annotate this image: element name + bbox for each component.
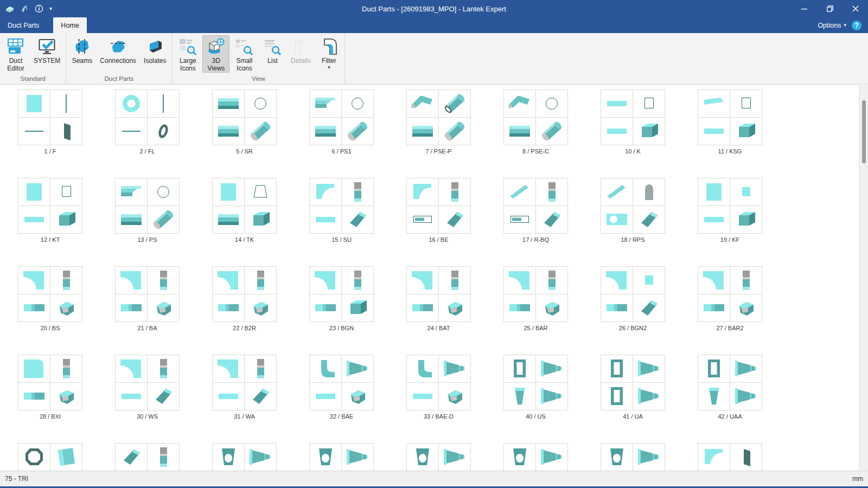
part-tile[interactable]: 7 / PSE-P [406, 89, 471, 155]
part-tile[interactable]: 10 / K [601, 89, 665, 155]
restore-button[interactable] [817, 0, 843, 17]
duct-part-icon[interactable] [5, 4, 14, 13]
part-view-funnel-icon [536, 355, 567, 382]
part-tile[interactable]: 15 / SU [309, 178, 374, 243]
part-preview [309, 355, 374, 410]
part-view-elbow-icon [310, 267, 341, 294]
part-view-rectholev-icon [504, 444, 535, 471]
part-tile[interactable] [406, 443, 471, 471]
titlebar: ▾ Duct Parts - [26091983_MPO] - Lantek E… [0, 0, 868, 17]
part-tile[interactable]: 8 / PSE-C [503, 89, 568, 155]
part-tile[interactable]: 13 / PS [115, 178, 180, 243]
part-view-elbow3d-icon [50, 383, 82, 410]
part-tile[interactable]: 6 / PS1 [309, 89, 374, 155]
large-icons-icon [178, 37, 197, 56]
connections-button[interactable]: Connections [97, 35, 139, 65]
filter-button[interactable]: Filter▾ [315, 35, 342, 71]
part-tile[interactable]: 14 / TK [212, 178, 277, 243]
part-tile[interactable]: 31 / WA [212, 355, 277, 420]
part-view-elbow-icon [116, 355, 147, 382]
part-tile[interactable]: 42 / UAA [698, 355, 762, 420]
info-icon[interactable] [35, 4, 43, 13]
tab-duct-parts[interactable]: Duct Parts [0, 17, 47, 33]
part-tile[interactable]: 21 / BA [115, 266, 180, 332]
button-label: 3DViews [208, 57, 225, 72]
part-tile[interactable] [212, 443, 277, 471]
large-icons-button[interactable]: LargeIcons [174, 35, 201, 73]
list-button[interactable]: List [259, 35, 286, 65]
part-label: 16 / BE [406, 236, 471, 243]
part-view-duct3d-icon [633, 118, 665, 145]
part-view-sq-icon [18, 178, 50, 206]
part-tile[interactable]: 41 / UA [601, 355, 665, 420]
part-tile[interactable]: 16 / BE [406, 178, 471, 243]
part-label: 24 / BAT [406, 324, 471, 332]
part-view-bar-icon [407, 383, 438, 410]
part-tile[interactable]: 30 / WS [115, 355, 180, 420]
part-view-tube-icon [407, 118, 438, 145]
part-view-sqs-icon [730, 178, 762, 206]
customize-caret-icon[interactable]: ▾ [49, 6, 52, 11]
part-tile[interactable] [309, 443, 374, 471]
part-tile[interactable]: 12 / KT [18, 178, 82, 243]
part-tile[interactable]: 2 / FL [115, 89, 180, 155]
part-view-elbow-icon [18, 267, 50, 294]
part-view-sqcut-icon [18, 355, 50, 382]
help-button[interactable]: ? [852, 21, 861, 30]
tab-home[interactable]: Home [53, 17, 86, 33]
part-tile[interactable]: 22 / B2R [212, 266, 277, 332]
part-view-hbargrad-icon [18, 383, 50, 410]
part-tile[interactable]: 11 / KSG [698, 89, 762, 155]
part-tile[interactable]: 1 / F [18, 89, 82, 155]
system-button[interactable]: SYSTEM [30, 35, 63, 65]
part-tile[interactable]: 27 / BAR2 [698, 266, 762, 332]
part-tile[interactable]: 18 / RPS [601, 178, 665, 243]
part-view-sq-icon [213, 178, 244, 206]
part-tile[interactable]: 33 / BAE-D [406, 355, 471, 420]
part-view-wedge3d-icon [439, 206, 470, 233]
part-tile[interactable]: 19 / KF [698, 178, 762, 243]
part-tile[interactable]: 20 / BS [18, 266, 82, 332]
part-tile[interactable]: 28 / BXI [18, 355, 82, 420]
part-view-cyl3d-icon [342, 118, 373, 145]
part-tile[interactable]: 32 / BAE [309, 355, 374, 420]
minimize-button[interactable] [792, 0, 817, 17]
rotate-view-icon[interactable] [20, 4, 29, 13]
options-button[interactable]: Options ▾ [818, 22, 846, 29]
duct-editor-button[interactable]: DuctEditor [2, 35, 29, 73]
part-label: 33 / BAE-D [406, 413, 471, 420]
part-tile[interactable]: 23 / BGN [309, 266, 374, 332]
close-button[interactable] [843, 0, 868, 17]
chevron-down-icon: ▾ [322, 65, 336, 70]
part-view-rectholev-icon [407, 444, 438, 471]
part-preview [503, 266, 568, 322]
part-tile[interactable]: 5 / SR [212, 89, 277, 155]
part-tile[interactable] [18, 443, 82, 471]
isolates-button[interactable]: Isolates [141, 35, 169, 65]
part-preview [503, 355, 568, 410]
part-tile[interactable] [698, 443, 762, 471]
seams-button[interactable]: Seams [68, 35, 95, 65]
part-tile[interactable]: 26 / BGN2 [601, 266, 665, 332]
part-preview [18, 89, 82, 145]
part-view-wedge3d-icon [148, 383, 179, 410]
part-view-funnel-icon [536, 444, 567, 471]
part-tile[interactable] [601, 443, 665, 471]
part-tile[interactable] [115, 443, 180, 471]
part-tile[interactable]: 25 / BAR [503, 266, 568, 332]
part-view-duct3d-icon [730, 206, 762, 233]
part-view-elbow-icon [504, 267, 535, 294]
parts-row: 28 / BXI30 / WS31 / WA32 / BAE33 / BAE-D… [18, 355, 859, 420]
scrollbar-thumb[interactable] [862, 100, 866, 163]
part-label: 42 / UAA [698, 413, 762, 420]
part-tile[interactable]: 17 / R-BQ [503, 178, 568, 243]
part-view-hline-icon [18, 118, 50, 145]
3d-views-button[interactable]: 3DViews [202, 35, 229, 73]
part-tile[interactable]: 24 / BAT [406, 266, 471, 332]
part-view-funnel-icon [633, 444, 665, 471]
part-tile[interactable]: 40 / US [503, 355, 568, 420]
part-tile[interactable] [503, 443, 568, 471]
small-icons-button[interactable]: SmallIcons [231, 35, 258, 73]
vertical-scrollbar[interactable] [859, 85, 868, 471]
ribbon-group-label: Standard [2, 74, 64, 84]
